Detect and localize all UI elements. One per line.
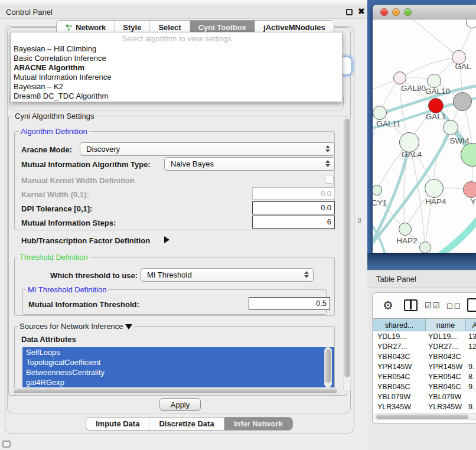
dropdown-item[interactable]: Basic Correlation Inference	[11, 54, 342, 63]
table-row[interactable]: YDL19...YDL19...13	[373, 332, 476, 342]
network-node[interactable]	[425, 179, 444, 198]
table-row[interactable]: YBR043CYBR043C	[373, 352, 476, 362]
table-row[interactable]: YDR27...YDR27...12	[373, 342, 476, 352]
dropdown-item[interactable]: Bayesian – Hill Climbing	[11, 44, 342, 54]
which-threshold-select[interactable]: MI Threshold	[141, 268, 314, 282]
table-cell-shared: YBL079W	[373, 392, 426, 402]
mi-algorithm-type-select[interactable]: Naive Bayes	[164, 157, 335, 171]
node-label: GAL11	[376, 119, 400, 128]
network-node[interactable]	[463, 181, 476, 198]
attribute-list-item[interactable]: SelfLoops	[22, 347, 334, 357]
network-node[interactable]	[399, 223, 412, 236]
float-window-icon[interactable]	[346, 9, 353, 15]
attributes-list-scrollbar[interactable]	[324, 347, 332, 387]
settings-scrollbar-thumb[interactable]	[344, 119, 350, 377]
table-hscrollbar-thumb[interactable]	[376, 415, 468, 419]
table-panel-titlebar: Table Panel	[367, 270, 476, 288]
dropdown-item[interactable]: Mutual Information Inference	[11, 73, 342, 82]
splitter-handle[interactable]	[358, 218, 361, 223]
table-cell-shared: YBR043C	[373, 352, 426, 362]
network-node[interactable]	[373, 106, 387, 120]
table-row[interactable]: YBL079WYBL079W	[373, 392, 476, 402]
dropdown-items: Bayesian – Hill ClimbingBasic Correlatio…	[11, 44, 342, 101]
tab-label: Select	[158, 23, 181, 32]
network-node[interactable]	[419, 242, 431, 253]
table-cell-value	[466, 392, 476, 402]
tab-discretize-data[interactable]: Discretize Data	[149, 418, 224, 430]
cyni-bottom-tabbar: Impute Data Discretize Data Infer Networ…	[86, 417, 293, 431]
settings-hscrollbar-thumb[interactable]	[14, 389, 337, 393]
settings-scrollbar[interactable]	[343, 117, 351, 392]
close-traffic-icon[interactable]	[380, 8, 388, 16]
mi-steps-input[interactable]: 6	[252, 216, 335, 229]
node-label: Y	[470, 197, 475, 206]
network-icon	[65, 24, 73, 31]
table-row[interactable]: YIL052CYIL052C9	[373, 412, 476, 413]
node-label: GAL1	[426, 112, 446, 121]
top-strip	[0, 0, 367, 4]
network-view-window: GALGAL80GAL10GAL1GAL11SWI4GAL4HAP4YGCY1H…	[373, 5, 476, 253]
collapse-arrow-icon[interactable]	[125, 324, 132, 330]
group-title: Cyni Algorithm Settings	[13, 112, 96, 120]
column-header-shared[interactable]: shared...	[373, 319, 426, 331]
attribute-list-item[interactable]: TopologicalCoefficient	[22, 357, 334, 367]
network-node[interactable]	[399, 132, 419, 152]
close-icon[interactable]: ✖	[358, 6, 365, 16]
tab-label: jActiveMNodules	[263, 23, 325, 32]
dropdown-item[interactable]: ARACNE Algorithm	[11, 63, 342, 73]
dropdown-prompt: Select algorithm to view settings	[11, 32, 342, 44]
dpi-tolerance-input[interactable]: 0.0	[252, 201, 335, 214]
dropdown-item[interactable]: Dream8 DC_TDC Algorithm	[11, 92, 342, 101]
tab-infer-network[interactable]: Infer Network	[224, 418, 292, 430]
deselect-all-checks-icon[interactable]: ◻◻	[446, 301, 462, 310]
table-cell-shared: YDR27...	[373, 342, 426, 352]
group-title: MI Threshold Definition	[26, 285, 108, 294]
minimized-panel-icon[interactable]	[2, 441, 11, 448]
network-node[interactable]	[427, 74, 441, 88]
attribute-list-item[interactable]: gal4RGexp	[22, 377, 334, 387]
table-cell-name: YBL079W	[426, 392, 466, 402]
network-window-titlebar[interactable]	[373, 5, 476, 19]
expand-arrow-icon[interactable]	[164, 236, 169, 243]
spinner-arrows-icon	[304, 271, 309, 278]
table-cell-value: 12	[466, 342, 476, 352]
table-row[interactable]: YER054CYER054C8.	[373, 372, 476, 382]
attributes-scrollbar-thumb[interactable]	[325, 349, 331, 383]
zoom-traffic-icon[interactable]	[404, 8, 412, 16]
table-cell-value: 9.	[466, 382, 476, 392]
table-row[interactable]: YBR045CYBR045C9.	[373, 382, 476, 392]
column-header-partial[interactable]: A	[466, 319, 476, 331]
apply-button[interactable]: Apply	[159, 398, 201, 411]
mi-threshold-label: Mutual Information Threshold:	[28, 300, 139, 309]
network-node[interactable]	[393, 71, 406, 84]
file-icon[interactable]	[467, 298, 476, 312]
select-all-checks-icon[interactable]: ☑☑	[425, 301, 441, 310]
attribute-list-item[interactable]: BetweennessCentrality	[22, 367, 334, 377]
node-label: GCY1	[373, 198, 387, 207]
table-row[interactable]: YPR145WYPR145W9.	[373, 362, 476, 372]
algorithm-dropdown-list: Select algorithm to view settings Bayesi…	[11, 32, 343, 102]
manual-kernel-width-checkbox[interactable]	[325, 175, 334, 184]
settings-hscrollbar[interactable]	[12, 388, 341, 394]
network-node[interactable]	[428, 98, 444, 113]
columns-icon[interactable]	[404, 299, 418, 311]
mi-threshold-input[interactable]: 0.5	[249, 297, 330, 310]
table-cell-shared: YIL052C	[373, 412, 426, 413]
network-node[interactable]	[443, 120, 458, 135]
data-attributes-list[interactable]: SelfLoopsTopologicalCoefficientBetweenne…	[22, 347, 334, 387]
network-node[interactable]	[453, 92, 472, 111]
column-header-name[interactable]: name	[426, 319, 466, 331]
network-canvas[interactable]: GALGAL80GAL10GAL1GAL11SWI4GAL4HAP4YGCY1H…	[373, 19, 476, 253]
minimize-traffic-icon[interactable]	[392, 8, 400, 16]
kernel-width-input[interactable]: 0.0	[252, 187, 335, 200]
table-cell-name: YDL19...	[426, 332, 466, 342]
aracne-mode-select[interactable]: Discovery	[80, 142, 335, 156]
table-cell-shared: YBR045C	[373, 382, 426, 392]
table-cell-name: YDR27...	[426, 342, 466, 352]
gear-icon[interactable]: ⚙	[383, 298, 393, 312]
table-row[interactable]: YLR345WYLR345W9.	[373, 402, 476, 412]
table-cell-value: 9	[466, 412, 476, 413]
dropdown-item[interactable]: Bayesian – K2	[11, 82, 342, 92]
tab-impute-data[interactable]: Impute Data	[86, 418, 149, 430]
table-hscrollbar[interactable]	[374, 413, 476, 420]
